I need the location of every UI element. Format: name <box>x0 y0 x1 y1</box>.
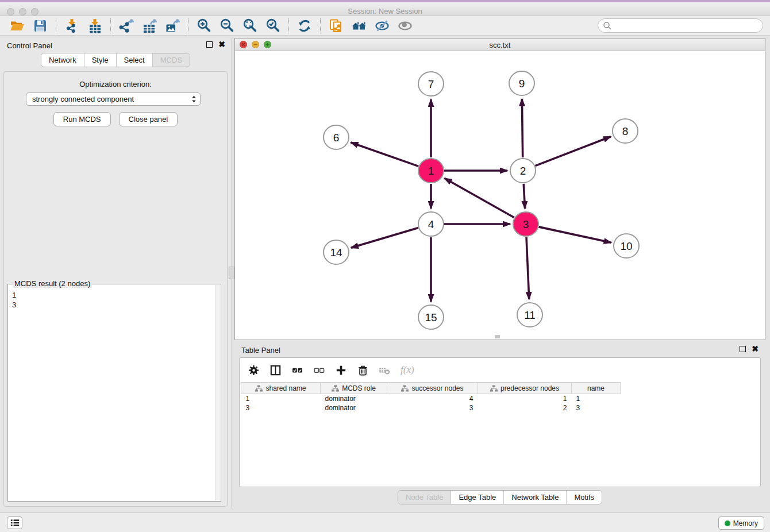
search-icon <box>603 21 612 30</box>
columns-button[interactable] <box>270 364 282 376</box>
tab-motifs[interactable]: Motifs <box>567 491 602 504</box>
graph-node-10[interactable]: 10 <box>614 234 639 258</box>
column-header-shared-name[interactable]: shared name <box>241 383 321 394</box>
float-table-panel-icon[interactable] <box>740 346 746 352</box>
tab-edge-table[interactable]: Edge Table <box>451 491 504 504</box>
memory-button[interactable]: Memory <box>718 516 764 530</box>
table-cell[interactable]: dominator <box>321 403 387 413</box>
clear-selection-button[interactable] <box>313 364 325 376</box>
tab-style[interactable]: Style <box>84 53 117 67</box>
save-button[interactable] <box>29 17 52 34</box>
export-table-button[interactable] <box>138 17 161 34</box>
graph-node-11[interactable]: 11 <box>517 303 542 327</box>
zoom-selected-button[interactable] <box>261 17 284 34</box>
selected-criterion: strongly connected component <box>32 95 191 103</box>
float-panel-icon[interactable] <box>206 41 213 48</box>
edge-3-1[interactable] <box>445 178 514 217</box>
graph-node-3[interactable]: 3 <box>513 212 538 236</box>
open-folder-icon <box>10 18 25 33</box>
graph-node-7[interactable]: 7 <box>418 72 444 96</box>
column-header-successor-nodes[interactable]: successor nodes <box>387 383 478 394</box>
edge-2-3[interactable] <box>523 184 525 209</box>
tab-mcds[interactable]: MCDS <box>153 53 190 67</box>
table-cell[interactable]: dominator <box>321 394 387 403</box>
column-header-MCDS-role[interactable]: MCDS role <box>321 383 387 394</box>
column-header-name[interactable]: name <box>572 383 621 394</box>
run-mcds-button[interactable]: Run MCDS <box>53 112 111 126</box>
refresh-button[interactable] <box>293 17 316 34</box>
splitter-handle[interactable] <box>229 267 234 279</box>
node-label-9: 9 <box>519 78 525 90</box>
edge-4-14[interactable] <box>351 228 418 248</box>
application-window: Session: New Session Control Panel <box>0 0 770 532</box>
list-icon <box>10 518 20 527</box>
mcds-result-text: 1 3 <box>8 284 221 310</box>
search-input[interactable] <box>612 20 763 32</box>
import-network-button[interactable] <box>60 17 83 34</box>
close-panel-button[interactable]: Close panel <box>119 112 178 126</box>
graph-node-14[interactable]: 14 <box>324 240 349 264</box>
table-cell[interactable]: 3 <box>387 403 478 413</box>
edge-3-11[interactable] <box>526 237 529 299</box>
export-image-button[interactable] <box>161 17 184 34</box>
zoom-out-button[interactable] <box>215 17 238 34</box>
table-cell[interactable]: 4 <box>387 394 478 403</box>
edge-1-6[interactable] <box>351 142 418 166</box>
optimization-criterion-select[interactable]: strongly connected component <box>26 92 201 106</box>
graph-node-9[interactable]: 9 <box>509 71 534 95</box>
network-title: scc.txt <box>235 41 765 49</box>
duplicate-network-button[interactable] <box>325 17 348 34</box>
column-label: successor nodes <box>411 384 463 392</box>
graph-node-8[interactable]: 8 <box>613 119 638 143</box>
graph-node-15[interactable]: 15 <box>418 305 444 329</box>
table-cell[interactable]: 2 <box>478 403 572 413</box>
show-eye-button[interactable] <box>394 17 417 34</box>
graph-node-2[interactable]: 2 <box>510 159 536 183</box>
hide-eye-button[interactable] <box>371 17 394 34</box>
home-button[interactable] <box>348 17 371 34</box>
settings-gear-button[interactable] <box>248 364 260 376</box>
open-folder-button[interactable] <box>6 17 29 34</box>
import-table-button[interactable] <box>83 17 106 34</box>
graph-node-4[interactable]: 4 <box>418 212 444 236</box>
table-toolbar: f(x) <box>240 358 760 382</box>
column-header-predecessor-nodes[interactable]: predecessor nodes <box>478 383 572 394</box>
zoom-in-button[interactable] <box>192 17 215 34</box>
stepper-arrows-icon <box>191 95 197 103</box>
tab-network-table[interactable]: Network Table <box>504 491 567 504</box>
result-scrollbar[interactable] <box>215 285 220 500</box>
node-label-15: 15 <box>425 311 437 323</box>
node-label-6: 6 <box>333 132 340 144</box>
tab-network[interactable]: Network <box>41 53 84 67</box>
tab-select[interactable]: Select <box>117 53 153 67</box>
zoom-fit-button[interactable] <box>238 17 261 34</box>
table-cell[interactable]: 1 <box>478 394 572 403</box>
export-network-button[interactable] <box>115 17 138 34</box>
edge-2-8[interactable] <box>535 137 610 166</box>
node-label-3: 3 <box>523 218 529 230</box>
table-cell[interactable]: 3 <box>241 403 321 413</box>
add-row-button[interactable] <box>335 364 347 376</box>
table-cell[interactable]: 1 <box>572 394 621 403</box>
task-history-button[interactable] <box>7 516 22 529</box>
table-panel: Table Panel ✖ f(x) shared name MCDS role… <box>234 342 765 509</box>
table-cell[interactable]: 3 <box>572 403 621 413</box>
save-icon <box>33 18 48 33</box>
close-table-panel-icon[interactable]: ✖ <box>752 346 759 352</box>
network-canvas[interactable]: 7968124314101511 <box>235 51 765 340</box>
search-box[interactable] <box>598 18 763 33</box>
edge-2-9[interactable] <box>522 99 522 157</box>
delete-row-button[interactable] <box>357 364 369 376</box>
edge-3-10[interactable] <box>538 227 611 242</box>
mcds-result-box[interactable]: MCDS result (2 nodes) 1 3 <box>7 284 221 502</box>
show-eye-icon <box>398 18 413 33</box>
table-cell[interactable]: 1 <box>241 394 321 403</box>
tab-node-table[interactable]: Node Table <box>398 491 452 504</box>
select-all-button[interactable] <box>291 364 303 376</box>
canvas-scroll-handle[interactable] <box>495 335 500 338</box>
graph-node-1[interactable]: 1 <box>418 159 444 183</box>
graph-node-6[interactable]: 6 <box>324 125 349 149</box>
column-attr-icon <box>255 385 263 392</box>
network-window-titlebar[interactable]: scc.txt <box>235 38 765 51</box>
close-panel-icon[interactable]: ✖ <box>218 41 225 48</box>
